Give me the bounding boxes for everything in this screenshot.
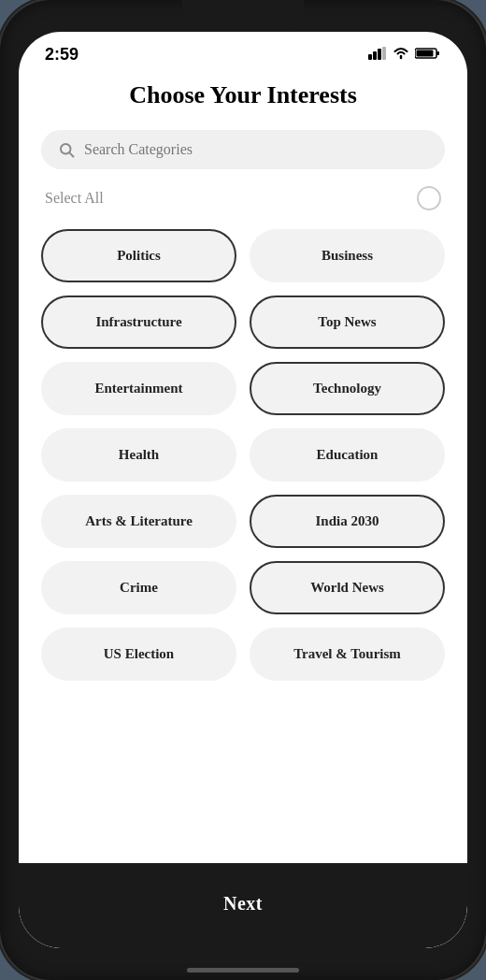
phone-screen: 2:59 bbox=[19, 32, 467, 948]
category-btn-education[interactable]: Education bbox=[250, 428, 445, 482]
search-icon bbox=[58, 141, 75, 158]
search-input[interactable] bbox=[84, 141, 428, 158]
page-title: Choose Your Interests bbox=[41, 81, 445, 109]
phone-frame: 2:59 bbox=[0, 0, 486, 980]
svg-rect-1 bbox=[373, 51, 377, 60]
svg-rect-5 bbox=[436, 51, 439, 55]
category-btn-politics[interactable]: Politics bbox=[41, 229, 236, 282]
category-btn-entertainment[interactable]: Entertainment bbox=[41, 362, 236, 415]
select-all-row: Select All bbox=[41, 186, 445, 210]
home-indicator bbox=[187, 968, 299, 973]
select-all-button[interactable] bbox=[417, 186, 441, 210]
category-btn-crime[interactable]: Crime bbox=[41, 561, 236, 614]
category-btn-business[interactable]: Business bbox=[250, 229, 445, 282]
category-btn-infrastructure[interactable]: Infrastructure bbox=[41, 295, 236, 349]
notch bbox=[182, 0, 304, 26]
content-area: Choose Your Interests Select All Politic… bbox=[19, 72, 467, 948]
svg-line-8 bbox=[69, 152, 73, 156]
svg-rect-0 bbox=[368, 54, 372, 60]
status-bar: 2:59 bbox=[19, 32, 467, 72]
battery-icon bbox=[415, 47, 441, 64]
category-btn-technology[interactable]: Technology bbox=[250, 362, 445, 415]
wifi-icon bbox=[393, 47, 409, 64]
svg-rect-3 bbox=[382, 47, 386, 60]
status-time: 2:59 bbox=[45, 45, 79, 65]
category-btn-world-news[interactable]: World News bbox=[250, 561, 445, 614]
select-all-label: Select All bbox=[45, 190, 104, 207]
search-bar[interactable] bbox=[41, 130, 445, 169]
svg-rect-2 bbox=[378, 49, 381, 60]
bottom-bar: Next bbox=[19, 863, 467, 948]
category-btn-travel-tourism[interactable]: Travel & Tourism bbox=[250, 627, 445, 681]
category-btn-us-election[interactable]: US Election bbox=[41, 627, 236, 681]
svg-rect-6 bbox=[417, 50, 434, 56]
signal-icon bbox=[368, 47, 387, 64]
category-btn-top-news[interactable]: Top News bbox=[250, 295, 445, 349]
category-btn-health[interactable]: Health bbox=[41, 428, 236, 482]
status-icons bbox=[368, 47, 441, 64]
next-button[interactable]: Next bbox=[41, 876, 445, 931]
categories-grid: PoliticsBusinessInfrastructureTop NewsEn… bbox=[41, 229, 445, 681]
category-btn-india-2030[interactable]: India 2030 bbox=[250, 495, 445, 548]
category-btn-arts-literature[interactable]: Arts & Literature bbox=[41, 495, 236, 548]
